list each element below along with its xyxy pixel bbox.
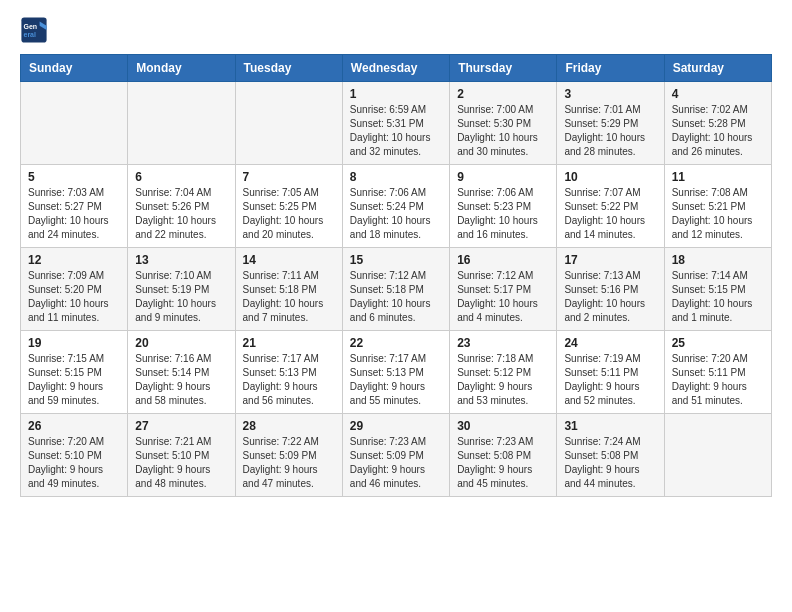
calendar-cell: 7Sunrise: 7:05 AM Sunset: 5:25 PM Daylig… [235,165,342,248]
weekday-header-thursday: Thursday [450,55,557,82]
day-number: 24 [564,336,656,350]
cell-content: Sunrise: 7:22 AM Sunset: 5:09 PM Dayligh… [243,435,335,491]
calendar-cell: 22Sunrise: 7:17 AM Sunset: 5:13 PM Dayli… [342,331,449,414]
calendar-cell: 24Sunrise: 7:19 AM Sunset: 5:11 PM Dayli… [557,331,664,414]
cell-content: Sunrise: 7:12 AM Sunset: 5:18 PM Dayligh… [350,269,442,325]
day-number: 30 [457,419,549,433]
cell-content: Sunrise: 7:14 AM Sunset: 5:15 PM Dayligh… [672,269,764,325]
calendar-cell [235,82,342,165]
weekday-header-saturday: Saturday [664,55,771,82]
cell-content: Sunrise: 7:24 AM Sunset: 5:08 PM Dayligh… [564,435,656,491]
cell-content: Sunrise: 7:08 AM Sunset: 5:21 PM Dayligh… [672,186,764,242]
day-number: 29 [350,419,442,433]
day-number: 5 [28,170,120,184]
calendar-cell: 25Sunrise: 7:20 AM Sunset: 5:11 PM Dayli… [664,331,771,414]
day-number: 8 [350,170,442,184]
cell-content: Sunrise: 7:16 AM Sunset: 5:14 PM Dayligh… [135,352,227,408]
calendar-week-row: 1Sunrise: 6:59 AM Sunset: 5:31 PM Daylig… [21,82,772,165]
day-number: 2 [457,87,549,101]
day-number: 28 [243,419,335,433]
day-number: 10 [564,170,656,184]
day-number: 26 [28,419,120,433]
calendar-cell: 16Sunrise: 7:12 AM Sunset: 5:17 PM Dayli… [450,248,557,331]
calendar-week-row: 5Sunrise: 7:03 AM Sunset: 5:27 PM Daylig… [21,165,772,248]
weekday-header-wednesday: Wednesday [342,55,449,82]
cell-content: Sunrise: 7:11 AM Sunset: 5:18 PM Dayligh… [243,269,335,325]
calendar-cell: 14Sunrise: 7:11 AM Sunset: 5:18 PM Dayli… [235,248,342,331]
day-number: 20 [135,336,227,350]
day-number: 31 [564,419,656,433]
cell-content: Sunrise: 7:04 AM Sunset: 5:26 PM Dayligh… [135,186,227,242]
calendar-cell: 12Sunrise: 7:09 AM Sunset: 5:20 PM Dayli… [21,248,128,331]
day-number: 7 [243,170,335,184]
calendar-cell: 8Sunrise: 7:06 AM Sunset: 5:24 PM Daylig… [342,165,449,248]
cell-content: Sunrise: 7:17 AM Sunset: 5:13 PM Dayligh… [243,352,335,408]
day-number: 25 [672,336,764,350]
svg-text:Gen: Gen [24,23,38,30]
calendar-cell: 9Sunrise: 7:06 AM Sunset: 5:23 PM Daylig… [450,165,557,248]
calendar-cell: 2Sunrise: 7:00 AM Sunset: 5:30 PM Daylig… [450,82,557,165]
page: Gen eral SundayMondayTuesdayWednesdayThu… [0,0,792,513]
calendar-cell: 30Sunrise: 7:23 AM Sunset: 5:08 PM Dayli… [450,414,557,497]
day-number: 6 [135,170,227,184]
cell-content: Sunrise: 6:59 AM Sunset: 5:31 PM Dayligh… [350,103,442,159]
calendar-cell: 17Sunrise: 7:13 AM Sunset: 5:16 PM Dayli… [557,248,664,331]
day-number: 14 [243,253,335,267]
cell-content: Sunrise: 7:06 AM Sunset: 5:23 PM Dayligh… [457,186,549,242]
calendar-cell: 29Sunrise: 7:23 AM Sunset: 5:09 PM Dayli… [342,414,449,497]
calendar-cell: 4Sunrise: 7:02 AM Sunset: 5:28 PM Daylig… [664,82,771,165]
calendar-cell: 19Sunrise: 7:15 AM Sunset: 5:15 PM Dayli… [21,331,128,414]
day-number: 17 [564,253,656,267]
day-number: 22 [350,336,442,350]
cell-content: Sunrise: 7:00 AM Sunset: 5:30 PM Dayligh… [457,103,549,159]
cell-content: Sunrise: 7:15 AM Sunset: 5:15 PM Dayligh… [28,352,120,408]
weekday-header-friday: Friday [557,55,664,82]
weekday-header-monday: Monday [128,55,235,82]
cell-content: Sunrise: 7:18 AM Sunset: 5:12 PM Dayligh… [457,352,549,408]
cell-content: Sunrise: 7:09 AM Sunset: 5:20 PM Dayligh… [28,269,120,325]
calendar-cell [128,82,235,165]
cell-content: Sunrise: 7:12 AM Sunset: 5:17 PM Dayligh… [457,269,549,325]
calendar-cell: 31Sunrise: 7:24 AM Sunset: 5:08 PM Dayli… [557,414,664,497]
cell-content: Sunrise: 7:10 AM Sunset: 5:19 PM Dayligh… [135,269,227,325]
weekday-header-sunday: Sunday [21,55,128,82]
calendar-cell: 3Sunrise: 7:01 AM Sunset: 5:29 PM Daylig… [557,82,664,165]
day-number: 18 [672,253,764,267]
cell-content: Sunrise: 7:05 AM Sunset: 5:25 PM Dayligh… [243,186,335,242]
day-number: 15 [350,253,442,267]
calendar-cell: 15Sunrise: 7:12 AM Sunset: 5:18 PM Dayli… [342,248,449,331]
cell-content: Sunrise: 7:06 AM Sunset: 5:24 PM Dayligh… [350,186,442,242]
calendar-cell: 26Sunrise: 7:20 AM Sunset: 5:10 PM Dayli… [21,414,128,497]
cell-content: Sunrise: 7:23 AM Sunset: 5:08 PM Dayligh… [457,435,549,491]
calendar-cell: 20Sunrise: 7:16 AM Sunset: 5:14 PM Dayli… [128,331,235,414]
day-number: 9 [457,170,549,184]
logo: Gen eral [20,16,52,44]
calendar-cell: 10Sunrise: 7:07 AM Sunset: 5:22 PM Dayli… [557,165,664,248]
day-number: 16 [457,253,549,267]
day-number: 12 [28,253,120,267]
weekday-header-tuesday: Tuesday [235,55,342,82]
header: Gen eral [20,16,772,44]
calendar-cell: 6Sunrise: 7:04 AM Sunset: 5:26 PM Daylig… [128,165,235,248]
day-number: 27 [135,419,227,433]
calendar-week-row: 12Sunrise: 7:09 AM Sunset: 5:20 PM Dayli… [21,248,772,331]
calendar-cell: 23Sunrise: 7:18 AM Sunset: 5:12 PM Dayli… [450,331,557,414]
calendar-cell: 18Sunrise: 7:14 AM Sunset: 5:15 PM Dayli… [664,248,771,331]
logo-icon: Gen eral [20,16,48,44]
cell-content: Sunrise: 7:20 AM Sunset: 5:10 PM Dayligh… [28,435,120,491]
cell-content: Sunrise: 7:02 AM Sunset: 5:28 PM Dayligh… [672,103,764,159]
calendar-table: SundayMondayTuesdayWednesdayThursdayFrid… [20,54,772,497]
calendar-cell: 1Sunrise: 6:59 AM Sunset: 5:31 PM Daylig… [342,82,449,165]
cell-content: Sunrise: 7:01 AM Sunset: 5:29 PM Dayligh… [564,103,656,159]
calendar-cell: 13Sunrise: 7:10 AM Sunset: 5:19 PM Dayli… [128,248,235,331]
calendar-cell [21,82,128,165]
calendar-week-row: 19Sunrise: 7:15 AM Sunset: 5:15 PM Dayli… [21,331,772,414]
day-number: 21 [243,336,335,350]
day-number: 19 [28,336,120,350]
calendar-cell: 28Sunrise: 7:22 AM Sunset: 5:09 PM Dayli… [235,414,342,497]
day-number: 3 [564,87,656,101]
day-number: 13 [135,253,227,267]
calendar-cell: 11Sunrise: 7:08 AM Sunset: 5:21 PM Dayli… [664,165,771,248]
cell-content: Sunrise: 7:21 AM Sunset: 5:10 PM Dayligh… [135,435,227,491]
cell-content: Sunrise: 7:19 AM Sunset: 5:11 PM Dayligh… [564,352,656,408]
